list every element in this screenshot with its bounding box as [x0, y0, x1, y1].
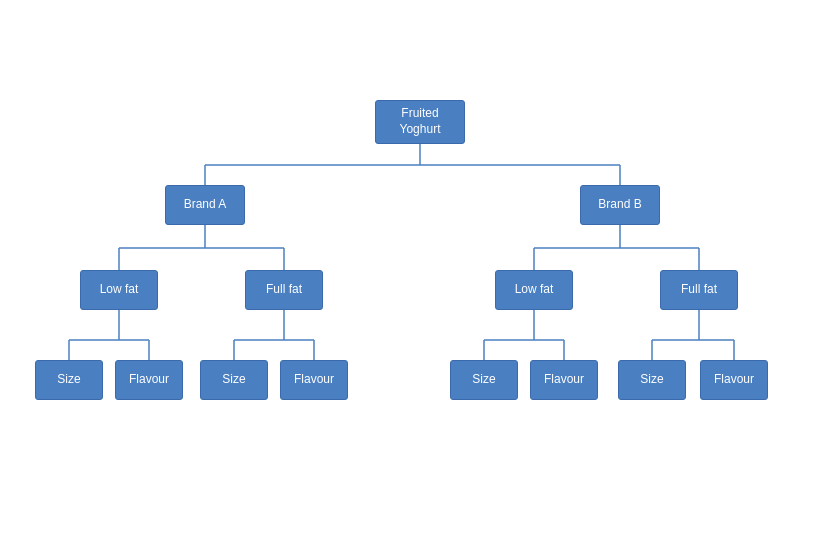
node-brand-a: Brand A [165, 185, 245, 225]
node-size-b2: Size [618, 360, 686, 400]
node-root: Fruited Yoghurt [375, 100, 465, 144]
connectors-svg [0, 0, 820, 536]
node-flavour-b2: Flavour [700, 360, 768, 400]
node-size-a1: Size [35, 360, 103, 400]
node-fullfat-a: Full fat [245, 270, 323, 310]
node-lowfat-a: Low fat [80, 270, 158, 310]
node-brand-b: Brand B [580, 185, 660, 225]
node-lowfat-b: Low fat [495, 270, 573, 310]
node-flavour-a2: Flavour [280, 360, 348, 400]
node-size-a2: Size [200, 360, 268, 400]
diagram: Fruited Yoghurt Brand A Brand B Low fat … [0, 0, 820, 536]
node-fullfat-b: Full fat [660, 270, 738, 310]
node-flavour-a1: Flavour [115, 360, 183, 400]
node-size-b1: Size [450, 360, 518, 400]
node-flavour-b1: Flavour [530, 360, 598, 400]
